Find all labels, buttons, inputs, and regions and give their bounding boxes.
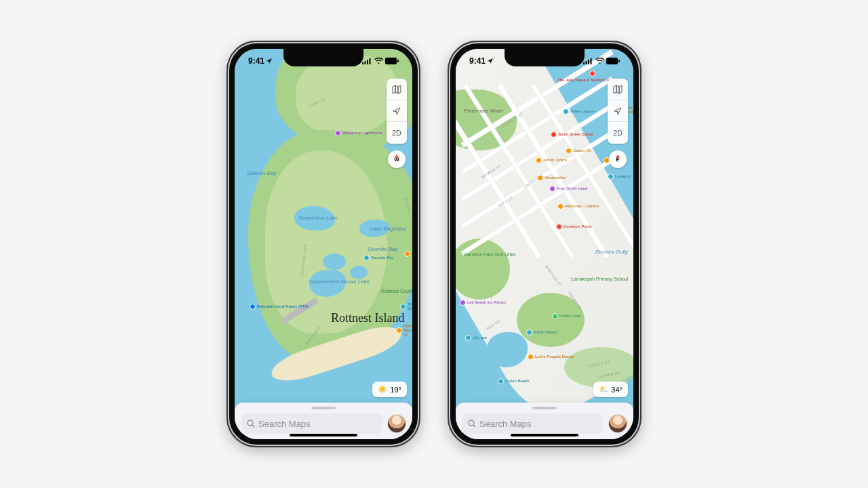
poi[interactable]: Domino's Pizza: [556, 224, 591, 230]
poi[interactable]: Cotton On: [566, 148, 591, 154]
poi-icon: [566, 148, 572, 154]
phone-darwin: 9:41: [448, 41, 642, 447]
poi-label: Kahlin Beach: [534, 330, 557, 334]
poi-label: Lola's Pergola Darwin: [535, 354, 574, 359]
poi[interactable]: The Bas: [400, 302, 412, 311]
poi-icon: [537, 175, 543, 181]
weather-icon: ⛅: [599, 385, 608, 394]
svg-rect-3: [370, 58, 371, 64]
poi-label: Cullen Beach: [505, 379, 530, 383]
map-canvas-rottnest[interactable]: Rottnest Island Salmon BaySerpentine Lak…: [235, 49, 412, 439]
search-placeholder: Search Maps: [479, 419, 532, 429]
poi[interactable]: H on Smith Hotel: [549, 186, 587, 192]
poi-label: yilly ach: [473, 336, 487, 340]
svg-rect-11: [591, 58, 592, 64]
poi[interactable]: Geordie Bay: [363, 255, 393, 261]
poi-label: Kahlin Oval: [559, 314, 580, 318]
map-icon: [392, 85, 401, 94]
sheet-grabber[interactable]: [532, 407, 557, 409]
poi-icon: [552, 313, 558, 319]
poi[interactable]: yilly ach: [465, 335, 487, 341]
poi[interactable]: Kahlin Oval: [552, 313, 580, 319]
poi-label: Cotton On: [573, 148, 591, 152]
search-icon: [247, 420, 255, 428]
poi-label: Wave Lagoon: [570, 109, 595, 113]
map-style-button[interactable]: [608, 79, 628, 100]
poi-icon: [460, 300, 466, 306]
svg-rect-9: [586, 61, 587, 64]
search-input[interactable]: Search Maps: [462, 413, 604, 434]
poi-icon: [363, 255, 370, 261]
map-label: Lake Baghdad: [370, 226, 406, 232]
map-controls: 2D: [608, 79, 628, 144]
poi[interactable]: Cullen Beach: [498, 378, 530, 384]
poi-label: The Bas: [408, 302, 412, 311]
poi-icon: [250, 304, 256, 310]
poi[interactable]: Johnn John's…: [536, 157, 571, 163]
poi-label: H on Smith Hotel: [557, 186, 587, 190]
svg-rect-12: [606, 58, 618, 64]
map-label: Doctors Gully: [595, 249, 628, 255]
poi[interactable]: Kahlin Beach: [526, 329, 557, 336]
weather-pill[interactable]: ⛅ 34°: [593, 382, 628, 397]
poi-label: Smith Street Social: [558, 132, 593, 136]
view-2d-button[interactable]: 2D: [608, 122, 628, 144]
map-label: Geordie Bay: [368, 247, 397, 252]
wifi-icon: [374, 58, 383, 64]
poi-icon: [400, 304, 406, 310]
compass-label: W: [394, 157, 399, 163]
svg-line-7: [252, 425, 254, 427]
poi[interactable]: Wave Lagoon: [563, 108, 595, 115]
poi-label: Geo: [412, 251, 412, 256]
notch: [283, 49, 363, 66]
poi-icon: [465, 335, 471, 341]
map-style-button[interactable]: [387, 79, 407, 100]
poi[interactable]: Lola's Pergola Darwin: [528, 354, 574, 360]
notch: [505, 49, 585, 66]
battery-icon: [385, 58, 399, 64]
poi-icon: [549, 186, 555, 192]
view-2d-button[interactable]: 2D: [387, 122, 407, 144]
poi[interactable]: Geo: [404, 251, 412, 257]
svg-rect-4: [385, 58, 397, 64]
battery-icon: [606, 58, 620, 64]
poi[interactable]: Wadjemup Lighthouse: [335, 130, 382, 136]
poi-label: Geordie Bay: [371, 256, 393, 260]
screen: 9:41: [456, 49, 633, 439]
poi[interactable]: Woolworths: [537, 175, 566, 181]
map-canvas-darwin[interactable]: Doctors GullyGardens Park Golf LinksLarr…: [456, 49, 633, 439]
weather-pill[interactable]: ☀️ 19°: [372, 382, 407, 397]
sheet-grabber[interactable]: [311, 407, 336, 409]
poi-label: Pinky's Beach Cl: [403, 324, 412, 337]
locate-button[interactable]: [608, 100, 628, 122]
poi[interactable]: ndil Beach ino Resort: [460, 300, 506, 306]
weather-icon: ☀️: [378, 385, 387, 394]
signal-icon: [362, 58, 372, 64]
map-icon: [613, 85, 623, 94]
compass-button[interactable]: W: [388, 150, 406, 168]
profile-avatar[interactable]: [388, 415, 406, 432]
home-indicator: [290, 434, 357, 436]
poi[interactable]: Smith Street Social: [551, 131, 593, 138]
poi[interactable]: Pinky's Beach Cl: [396, 324, 412, 337]
location-arrow-icon: [614, 107, 622, 115]
svg-rect-0: [362, 62, 363, 64]
poi[interactable]: Rottnest Island Airport (RTS): [250, 304, 309, 310]
poi-icon: [536, 157, 542, 163]
poi-icon: [528, 354, 534, 360]
search-placeholder: Search Maps: [258, 419, 311, 429]
poi-icon: [608, 174, 614, 180]
search-input[interactable]: Search Maps: [241, 413, 382, 434]
locate-button[interactable]: [387, 100, 407, 122]
location-icon: [487, 58, 494, 64]
profile-avatar[interactable]: [609, 415, 627, 432]
poi-label: Woolworths: [545, 176, 566, 180]
poi[interactable]: Lameroo: [608, 174, 631, 180]
screen: 9:41: [235, 49, 412, 439]
poi[interactable]: Hanuman - Darwin: [557, 203, 599, 209]
compass-label: E: [616, 157, 619, 163]
compass-button[interactable]: E: [609, 150, 627, 168]
poi-icon: [557, 203, 564, 209]
signal-icon: [583, 58, 593, 64]
poi-icon: [563, 108, 569, 115]
